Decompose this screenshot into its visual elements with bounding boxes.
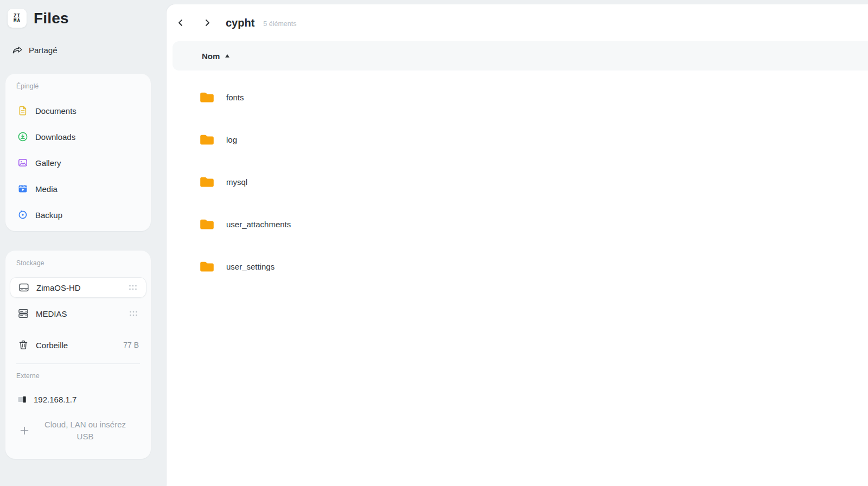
add-external-label: Cloud, LAN ou insérez USB [29, 419, 141, 443]
storage-section: Stockage ZimaOS-HD MEDIAS [5, 251, 151, 459]
pinned-item-label: Media [35, 184, 58, 194]
folder-icon [200, 176, 214, 188]
sidebar-item-backup[interactable]: Backup [5, 202, 151, 228]
sidebar-item-zimaos-hd[interactable]: ZimaOS-HD [10, 277, 146, 298]
main-panel: cypht 5 éléments Nom fonts log [167, 4, 868, 486]
add-external-button[interactable]: Cloud, LAN ou insérez USB [10, 415, 146, 446]
sidebar-item-medias[interactable]: MEDIAS [10, 302, 146, 325]
file-row-user-settings[interactable]: user_settings [167, 245, 868, 287]
table-header: Nom [173, 41, 868, 71]
gallery-icon [17, 157, 28, 168]
file-name: log [226, 135, 237, 144]
app-title: Files [34, 10, 69, 27]
pinned-items: Documents Downloads Gallery [5, 98, 151, 228]
plus-icon [20, 426, 29, 436]
file-row-mysql[interactable]: mysql [167, 161, 868, 203]
pinned-item-label: Documents [35, 106, 76, 116]
pinned-section: Épinglé Documents Downloads [5, 74, 151, 231]
folder-icon [200, 134, 214, 145]
file-name: mysql [226, 177, 247, 187]
pinned-item-label: Gallery [35, 158, 61, 168]
file-name: fonts [226, 93, 244, 102]
storage-item-label: MEDIAS [36, 309, 67, 318]
sidebar-item-media[interactable]: Media [5, 176, 151, 202]
share-icon [12, 44, 23, 55]
media-icon [17, 183, 28, 194]
sidebar-item-downloads[interactable]: Downloads [5, 124, 151, 150]
sidebar: ZI MA Files Partagé Épinglé Documents [0, 0, 163, 486]
dots-grid-icon [129, 310, 138, 317]
app-header: ZI MA Files [8, 9, 69, 28]
storage-item-label: ZimaOS-HD [36, 283, 81, 292]
folder-icon [200, 219, 214, 230]
path-header: cypht 5 éléments [167, 4, 868, 41]
chevron-right-icon [202, 17, 213, 28]
trash-size: 77 B [123, 341, 139, 349]
back-button[interactable] [175, 16, 186, 29]
backup-icon [17, 209, 28, 220]
sidebar-item-external-device[interactable]: 192.168.1.7 [10, 387, 146, 411]
dots-grid-icon [129, 284, 137, 291]
file-list: fonts log mysql user_attachments [167, 76, 868, 287]
pinned-item-label: Backup [35, 210, 62, 220]
sidebar-divider [16, 363, 140, 364]
folder-icon [200, 92, 214, 103]
file-row-user-attachments[interactable]: user_attachments [167, 203, 868, 245]
document-icon [17, 105, 28, 116]
chevron-left-icon [175, 17, 186, 28]
section-label-external: Externe [16, 372, 40, 380]
column-name-label: Nom [202, 52, 220, 61]
sort-ascending-icon [225, 54, 229, 57]
sidebar-item-shared[interactable]: Partagé [8, 41, 62, 59]
current-folder-title: cypht [226, 17, 254, 29]
medias-options-button[interactable] [128, 309, 139, 318]
section-label-pinned: Épinglé [16, 82, 39, 90]
storage-item-label: Corbeille [36, 341, 68, 350]
zimaos-hd-options-button[interactable] [127, 283, 138, 292]
hard-drive-icon [18, 282, 30, 293]
file-name: user_attachments [226, 220, 291, 229]
forward-button[interactable] [202, 16, 213, 29]
zima-logo-text-bottom: MA [14, 18, 21, 23]
download-circle-icon [17, 131, 28, 142]
raid-drives-icon [17, 308, 29, 319]
sidebar-item-corbeille[interactable]: Corbeille 77 B [10, 333, 146, 357]
file-name: user_settings [226, 262, 275, 271]
files-app: ZI MA Files Partagé Épinglé Documents [0, 0, 868, 486]
folder-icon [200, 261, 214, 272]
item-count: 5 éléments [263, 20, 296, 28]
sidebar-item-documents[interactable]: Documents [5, 98, 151, 124]
pinned-item-label: Downloads [35, 132, 75, 142]
zima-logo: ZI MA [8, 9, 27, 28]
shared-label: Partagé [29, 46, 58, 55]
file-row-fonts[interactable]: fonts [167, 76, 868, 118]
file-row-log[interactable]: log [167, 118, 868, 161]
column-header-name[interactable]: Nom [202, 52, 229, 61]
trash-icon [17, 339, 29, 351]
sidebar-item-gallery[interactable]: Gallery [5, 150, 151, 176]
external-device-label: 192.168.1.7 [34, 395, 76, 404]
section-label-storage: Stockage [16, 259, 44, 267]
usb-drive-icon [17, 394, 27, 404]
